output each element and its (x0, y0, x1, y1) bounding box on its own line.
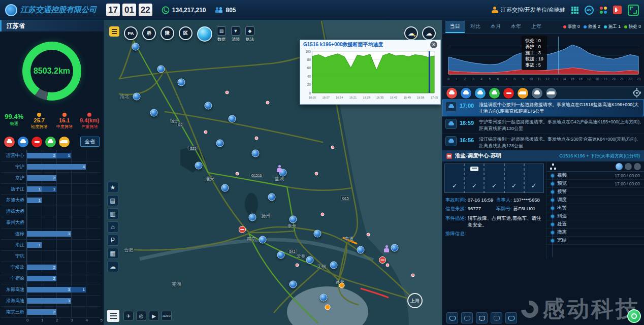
cluster-marker[interactable] (157, 66, 165, 73)
timeline-row[interactable]: 出警 (547, 204, 644, 212)
map-tool-item-0[interactable]: ▤数据 (217, 26, 226, 42)
logout-icon[interactable] (613, 6, 622, 14)
tab-0[interactable]: 当日 (445, 21, 465, 33)
event-row[interactable]: 16:56沿江锡常接到一起道路救援请求。事发地点在S38常合高速K84+000(… (442, 134, 644, 151)
cluster-marker[interactable] (268, 193, 276, 201)
user-toggle-icon[interactable] (634, 163, 641, 170)
filter-minus-icon[interactable] (503, 88, 514, 99)
filter-truck-icon[interactable] (518, 88, 528, 99)
broadcast-icon[interactable] (491, 312, 502, 323)
cluster-marker[interactable] (133, 93, 141, 101)
cluster-marker[interactable] (330, 262, 338, 269)
cluster-marker[interactable] (357, 246, 365, 254)
weather-button[interactable]: ☁ (107, 261, 118, 272)
cluster-marker[interactable] (314, 230, 321, 238)
timeline-row[interactable]: 接警 (547, 188, 644, 196)
cluster-marker[interactable] (229, 115, 236, 123)
tab-1[interactable]: 对比 (466, 21, 485, 33)
filter-car-icon[interactable] (461, 88, 471, 99)
filter-car-icon[interactable] (489, 88, 500, 99)
menu-hamburger-icon[interactable] (107, 310, 119, 322)
person-marker-icon[interactable] (277, 165, 282, 172)
bar-row[interactable]: 连徐3 (1, 229, 101, 240)
barrier-icon[interactable]: 障 (160, 26, 174, 40)
timeline-row[interactable]: 完结 (547, 237, 644, 245)
bar-row[interactable]: 南京三桥2 (1, 307, 101, 318)
timeline-row[interactable]: 处置 (547, 220, 644, 229)
cluster-marker[interactable] (195, 162, 203, 170)
timeline-row[interactable]: 到达 (547, 212, 644, 220)
bar-row[interactable]: 沿江1 (1, 240, 101, 251)
bar-row[interactable]: 运营中心21 (1, 150, 101, 161)
event-row[interactable]: 16:59宁沪常州接到一起道路救援请求。事发地点在G42沪蓉高速K155+000… (442, 117, 644, 134)
bar-row[interactable]: 沿海高速3 (1, 296, 101, 307)
timeline-row[interactable]: 预览17:00 / 00:00 (547, 180, 644, 188)
chat-icon[interactable] (446, 312, 458, 323)
traffic-light-icon[interactable] (109, 26, 119, 37)
home-button[interactable]: ⌂ (107, 221, 118, 233)
org-chart-icon[interactable] (550, 164, 556, 170)
district-icon[interactable]: 区 (179, 26, 192, 40)
province-all-button[interactable]: 全省 (80, 137, 100, 147)
cluster-marker[interactable] (289, 216, 297, 223)
cluster-marker[interactable] (252, 150, 260, 157)
filter-minus-icon[interactable] (31, 137, 42, 147)
tab-2[interactable]: 本月 (486, 21, 505, 33)
cluster-marker[interactable] (391, 244, 399, 252)
weather-icon-1[interactable]: ☁ (422, 26, 436, 40)
parking-button[interactable]: P (107, 235, 118, 246)
brand-button[interactable]: JENO (162, 311, 172, 321)
map-tool-item-1[interactable]: ▼清障 (231, 26, 240, 42)
cluster-marker[interactable] (221, 184, 229, 192)
bar-row[interactable]: 宁靖盐2 (1, 262, 101, 273)
cluster-marker[interactable] (205, 102, 212, 110)
road-closed-icon[interactable] (379, 256, 386, 264)
message-icon[interactable] (476, 312, 488, 323)
shield-toggle-icon[interactable] (625, 163, 632, 170)
bar-row[interactable]: 宁杭 (1, 251, 101, 262)
4v-badge[interactable]: 4V (585, 6, 594, 15)
gear-icon[interactable] (633, 90, 640, 96)
filter-car-icon[interactable] (4, 137, 15, 147)
bar-row[interactable]: 东部高速31 (1, 284, 101, 296)
timeline-row[interactable]: 撤离 (547, 229, 644, 237)
parking-icon[interactable]: PA (124, 26, 138, 40)
road-closed-icon[interactable] (239, 226, 246, 233)
filter-car-icon[interactable] (446, 88, 457, 99)
user-chip[interactable]: 江苏交控/开发单位/俞晓健 (492, 6, 565, 14)
weather-globe-icon[interactable] (197, 26, 212, 42)
close-icon[interactable]: ✕ (430, 41, 437, 48)
chart-button[interactable]: ▥ (107, 208, 118, 219)
bar-row[interactable]: 泰州大桥 (1, 217, 101, 229)
map-container[interactable]: 淮北宿迁淮安盐城扬州泰州南京合肥南通常州无锡苏州芜湖上海G2G25G1516G4… (104, 20, 442, 325)
cluster-marker[interactable] (320, 294, 328, 302)
video-toggle-icon[interactable] (616, 163, 623, 170)
weather-icon-0[interactable]: ☁ϟ (404, 26, 418, 40)
warning-marker-icon[interactable] (339, 283, 345, 288)
cluster-marker[interactable] (259, 236, 267, 244)
timeline-row[interactable]: 调度 (547, 196, 644, 204)
map-tool-item-2[interactable]: ◆执法 (245, 26, 254, 42)
bar-row[interactable]: 苏通大桥1 (1, 195, 101, 206)
cluster-marker[interactable] (249, 214, 256, 221)
cluster-marker[interactable] (150, 109, 158, 117)
filter-car-icon[interactable] (18, 137, 28, 147)
person-marker-icon[interactable] (384, 245, 389, 252)
bar-row[interactable]: 润扬大桥 (1, 206, 101, 217)
cluster-marker[interactable] (277, 251, 285, 259)
filter-car-icon[interactable] (475, 88, 486, 99)
filter-car-icon[interactable] (45, 137, 56, 147)
cluster-marker[interactable] (216, 140, 224, 147)
fullscreen-icon[interactable] (628, 5, 639, 16)
tab-4[interactable]: 上年 (527, 21, 546, 33)
filter-truck-icon[interactable] (546, 88, 557, 99)
cluster-marker[interactable] (306, 256, 314, 264)
notify-icon[interactable] (505, 312, 517, 323)
timeline-row[interactable]: 视频17:00 / 00:00 (547, 172, 644, 180)
tab-3[interactable]: 本年 (506, 21, 526, 33)
streetview-button[interactable]: ◎ (136, 311, 146, 321)
filter-car-icon[interactable] (532, 88, 542, 99)
cluster-marker[interactable] (178, 79, 185, 86)
warning-marker-icon[interactable] (325, 305, 331, 310)
bar-row[interactable]: 扬子江11 (1, 184, 101, 195)
